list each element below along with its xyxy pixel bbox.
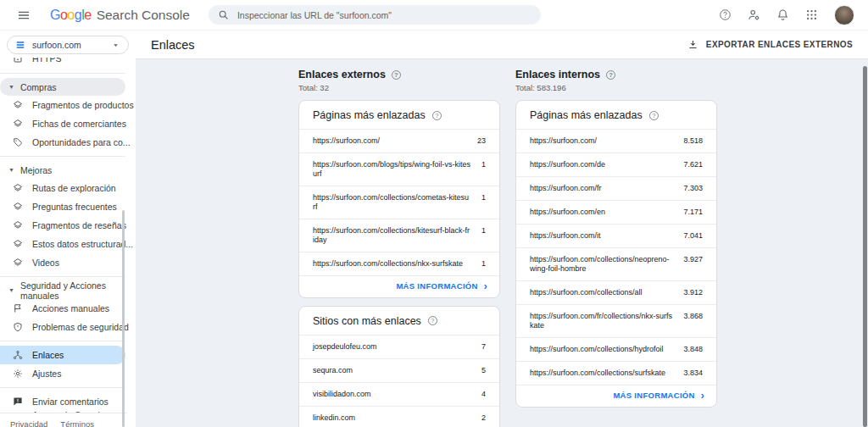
row-link[interactable]: linkedin.com [313, 413, 481, 423]
external-links-column: Enlaces externos Total: 32 Páginas más e… [298, 69, 500, 427]
row-value: 1 [481, 226, 486, 236]
more-info-link[interactable]: MÁS INFORMACIÓN › [516, 385, 716, 407]
help-icon[interactable] [649, 111, 659, 120]
row-value: 7.041 [683, 231, 703, 241]
external-links-total: Total: 32 [298, 83, 500, 92]
flag-icon [13, 303, 23, 313]
table-row: https://surfoon.com/de 7.621 [516, 152, 716, 176]
sidebar-item[interactable]: Enviar comentarios [0, 392, 136, 411]
row-value: 4 [481, 390, 486, 399]
sidebar-item[interactable]: Fichas de comerciantes [0, 114, 136, 133]
row-value: 3.927 [683, 255, 703, 264]
hamburger-menu-icon[interactable] [17, 8, 31, 22]
divider [0, 387, 125, 388]
section-mejoras-items: Rutas de exploración Preguntas frecuente… [0, 179, 136, 272]
sidebar-item[interactable]: Oportunidades para co... [0, 133, 136, 152]
triangle-down-icon: ▼ [8, 287, 14, 293]
apps-grid-icon[interactable] [805, 8, 818, 21]
row-value: 2 [481, 413, 486, 423]
sidebar-item[interactable]: Fragmentos de productos [0, 96, 136, 114]
property-selector[interactable]: surfoon.com [7, 36, 129, 54]
row-link[interactable]: https://surfoon.com/it [530, 231, 683, 241]
table-row: https://surfoon.com/fr/collections/nkx-s… [516, 304, 716, 337]
row-link[interactable]: https://surfoon.com/collections/neopreno… [530, 255, 683, 274]
export-external-links-button[interactable]: EXPORTAR ENLACES EXTERNOS [687, 39, 853, 50]
section-header-seguridad[interactable]: ▼ Seguridad y Acciones manuales [0, 281, 136, 299]
help-icon[interactable] [428, 316, 437, 325]
external-top-sites-rows: josepdeulofeu.com 7 sequra.com 5 visibil… [299, 335, 499, 427]
help-icon[interactable] [606, 70, 615, 80]
sidebar-item[interactable]: Problemas de seguridad [0, 318, 136, 336]
card-title: Páginas más enlazadas [516, 101, 716, 129]
table-row: https://surfoon.com/collections/neopreno… [516, 247, 716, 280]
table-row: josepdeulofeu.com 7 [299, 335, 499, 358]
url-inspection-input[interactable] [237, 10, 531, 20]
sidebar-item[interactable]: Enlaces [0, 346, 125, 364]
sidebar-scrollbar[interactable] [122, 210, 125, 427]
help-icon[interactable] [432, 111, 442, 120]
footer-link[interactable]: Términos [60, 419, 94, 427]
row-link[interactable]: josepdeulofeu.com [313, 342, 481, 352]
main-header: Enlaces EXPORTAR ENLACES EXTERNOS [136, 30, 868, 59]
feedback-icon [13, 396, 23, 407]
layers-icon [13, 202, 23, 212]
row-link[interactable]: https://surfoon.com/collections/kitesurf… [313, 226, 481, 245]
row-link[interactable]: https://surfoon.com/collections/surfskat… [530, 369, 683, 378]
footer-link[interactable]: Privacidad [10, 419, 47, 427]
row-link[interactable]: https://surfoon.com/collections/nkx-surf… [313, 259, 481, 269]
row-link[interactable]: https://surfoon.com/collections/cometas-… [313, 193, 481, 212]
row-value: 7.621 [683, 160, 703, 169]
section-header-compras[interactable]: ▼ Compras [0, 78, 125, 96]
row-value: 23 [477, 136, 486, 146]
links-icon [13, 350, 23, 360]
internal-top-pages-rows: https://surfoon.com/ 8.518 https://surfo… [516, 129, 716, 385]
row-link[interactable]: visibilidadon.com [313, 390, 481, 399]
sidebar-item[interactable]: Videos [0, 253, 136, 272]
content: Enlaces externos Total: 32 Páginas más e… [136, 59, 868, 427]
sidebar-item[interactable]: Rutas de exploración [0, 179, 136, 197]
table-row: visibilidadon.com 4 [299, 382, 499, 406]
table-row: https://surfoon.com/collections/kitesurf… [299, 219, 499, 252]
row-link[interactable]: https://surfoon.com/fr/collections/nkx-s… [530, 312, 683, 330]
row-link[interactable]: https://surfoon.com/ [530, 136, 683, 146]
row-link[interactable]: https://surfoon.com/fr [530, 184, 683, 193]
sidebar-item[interactable]: Estos datos estructurad... [0, 235, 136, 253]
row-link[interactable]: https://surfoon.com/ [313, 136, 477, 146]
section-seguridad-items: Acciones manuales Problemas de seguridad [0, 299, 136, 336]
external-links-title: Enlaces externos [298, 69, 500, 80]
table-row: linkedin.com 2 [299, 406, 499, 427]
notifications-bell-icon[interactable] [776, 8, 789, 21]
row-link[interactable]: https://surfoon.com/blogs/tips/wing-foil… [313, 160, 481, 179]
row-link[interactable]: https://surfoon.com/de [530, 160, 683, 169]
sidebar-item[interactable]: Acciones manuales [0, 299, 136, 318]
avatar[interactable] [834, 5, 854, 25]
layers-icon [13, 239, 23, 249]
row-link[interactable]: sequra.com [313, 366, 481, 375]
search-icon [218, 9, 229, 20]
sidebar-item[interactable]: Ajustes [0, 364, 136, 383]
help-icon[interactable] [719, 8, 732, 21]
card-title: Páginas más enlazadas [299, 101, 499, 129]
layers-icon [13, 258, 23, 268]
main-scrollbar[interactable] [863, 66, 867, 427]
sidebar-item-https[interactable]: HTTPS [0, 58, 136, 68]
sidebar-item[interactable]: Preguntas frecuentes [0, 197, 136, 216]
window-icon [13, 58, 23, 64]
url-inspection-searchbar[interactable] [209, 5, 541, 25]
divider [0, 73, 125, 74]
row-link[interactable]: https://surfoon.com/en [530, 208, 683, 217]
account-settings-icon[interactable] [748, 8, 760, 21]
more-info-link[interactable]: MÁS INFORMACIÓN › [299, 275, 499, 297]
divider [0, 276, 125, 277]
row-value: 5 [481, 366, 486, 375]
row-value: 8.518 [683, 136, 703, 146]
triangle-down-icon: ▼ [8, 84, 14, 90]
sidebar-item[interactable]: Fragmentos de reseñas [0, 216, 136, 235]
help-icon[interactable] [392, 70, 401, 80]
row-link[interactable]: https://surfoon.com/collections/all [530, 288, 683, 297]
row-link[interactable]: https://surfoon.com/collections/hydrofoi… [530, 345, 683, 354]
internal-links-title: Enlaces internos [515, 69, 717, 80]
section-header-mejoras[interactable]: ▼ Mejoras [0, 161, 136, 179]
topbar: Google Search Console [0, 0, 868, 30]
divider [0, 341, 125, 341]
